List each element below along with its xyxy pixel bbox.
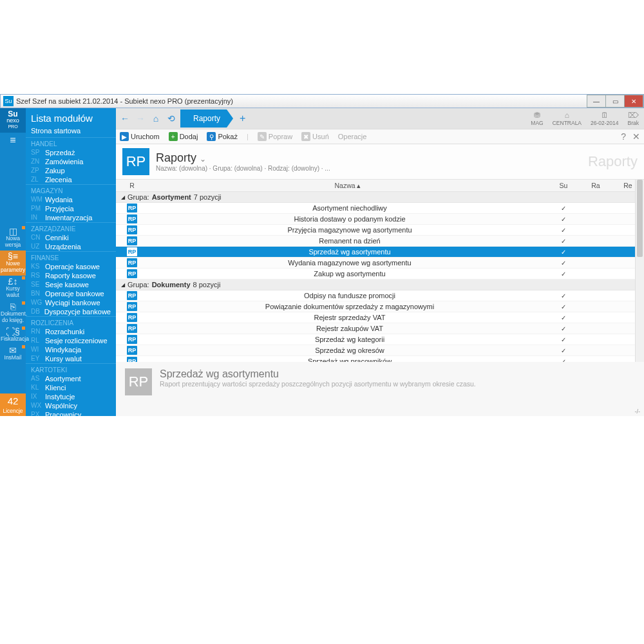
quickbar-item[interactable]: ◫Nowa wersja [0, 225, 26, 251]
maximize-button[interactable]: ▭ [605, 95, 625, 108]
page-header: RP Raporty ⌄ Nazwa: (dowolna) · Grupa: (… [116, 144, 644, 179]
vertical-scrollbar[interactable] [635, 180, 644, 362]
sidebar-item[interactable]: BNOperacje bankowe [26, 289, 116, 298]
sidebar-item[interactable]: PMPrzyjęcia [26, 204, 116, 213]
sidebar-item[interactable]: INInwentaryzacja [26, 213, 116, 222]
quickbar-item[interactable]: £↕Kursy walut [0, 276, 26, 301]
sidebar-section-header: ZARZĄDZANIE [26, 222, 116, 233]
tool-operations[interactable]: Operacje [338, 133, 367, 140]
tool-delete[interactable]: ✖Usuń [301, 132, 329, 141]
grid-row[interactable]: RPPowiązanie dokumentów sprzedaży z maga… [116, 301, 644, 312]
page-header-icon: RP [122, 148, 149, 175]
help-icon[interactable]: ? [621, 131, 626, 142]
sidebar-item[interactable]: EYKursy walut [26, 354, 116, 363]
detail-icon: RP [125, 368, 152, 395]
sidebar-section-header: ROZLICZENIA [26, 316, 116, 327]
status-indicator[interactable]: ⛃MAG [528, 111, 545, 126]
sidebar-item[interactable]: WGWyciągi bankowe [26, 298, 116, 307]
grid-row[interactable]: RPRemanent na dzień✓ [116, 236, 644, 247]
grid-row[interactable]: RPOdpisy na fundusze promocji✓ [116, 290, 644, 301]
grid-row[interactable]: RPSprzedaż wg okresów✓ [116, 345, 644, 356]
quickbar-item[interactable]: ⎘Dokument. do księg. [0, 301, 26, 326]
sidebar-item[interactable]: UZUrządzenia [26, 242, 116, 251]
page-title[interactable]: Raporty ⌄ [156, 151, 330, 165]
sidebar-section-header: MAGAZYN [26, 184, 116, 195]
sidebar-item[interactable]: WXWspólnicy [26, 401, 116, 410]
tab-bar: ← → ⌂ ⟲ Raporty + ⛃MAG⌂CENTRALA🗓26-02-20… [116, 108, 644, 129]
grid-row[interactable]: RPZakup wg asortymentu✓ [116, 269, 644, 279]
sidebar-item[interactable]: RSRaporty kasowe [26, 271, 116, 280]
nav-back-icon[interactable]: ← [118, 112, 131, 125]
tool-add[interactable]: +Dodaj [169, 132, 198, 141]
minimize-button[interactable]: — [587, 95, 606, 108]
grid-row[interactable]: RPHistoria dostawy o podanym kodzie✓ [116, 214, 644, 225]
product-logo: Su nexo PRO [0, 108, 26, 133]
tool-run[interactable]: ▶Uruchom [120, 132, 160, 141]
sidebar-item[interactable]: ZNZamówienia [26, 157, 116, 166]
grid-row[interactable]: RPSprzedaż wg pracowników✓ [116, 356, 644, 362]
nav-refresh-icon[interactable]: ⟲ [165, 112, 178, 125]
quickbar-item[interactable]: §≡Nowe parametry [0, 251, 26, 276]
tool-edit[interactable]: ✎Popraw [258, 132, 292, 141]
sidebar-section-header: FINANSE [26, 251, 116, 262]
page-title-ghost: Raporty [588, 153, 638, 170]
quickbar: Su nexo PRO ≡ ◫Nowa wersja§≡Nowe paramet… [0, 108, 26, 416]
nav-home-icon[interactable]: ⌂ [149, 112, 162, 125]
grid-group-header[interactable]: ◢ Grupa: Asortyment 7 pozycji [116, 192, 644, 203]
sidebar-item[interactable]: SPSprzedaż [26, 148, 116, 157]
grid-row[interactable]: RPRejestr zakupów VAT✓ [116, 323, 644, 334]
grid-group-header[interactable]: ◢ Grupa: Dokumenty 8 pozycji [116, 279, 644, 290]
sidebar-start-page[interactable]: Strona startowa [26, 126, 116, 137]
sidebar-item[interactable]: PXPracownicy [26, 410, 116, 416]
quickbar-item[interactable]: ⛶§Fiskalizacja [0, 326, 26, 345]
content-area: ← → ⌂ ⟲ Raporty + ⛃MAG⌂CENTRALA🗓26-02-20… [116, 108, 644, 416]
sidebar-item[interactable]: DBDyspozycje bankowe [26, 307, 116, 316]
sidebar-item[interactable]: RLSesje rozliczeniowe [26, 336, 116, 345]
status-indicator[interactable]: ⌦Brak [625, 111, 641, 126]
sidebar-title: Lista modułów [26, 108, 116, 126]
close-button[interactable]: ✕ [624, 95, 643, 108]
tool-show[interactable]: ⚲Pokaż [207, 132, 238, 141]
sidebar-item[interactable]: CNCenniki [26, 233, 116, 242]
sidebar-item[interactable]: ZLZlecenia [26, 175, 116, 184]
status-indicator[interactable]: ⌂CENTRALA [550, 111, 584, 126]
grid-row[interactable]: RPPrzyjęcia magazynowe wg asortymentu✓ [116, 225, 644, 236]
sidebar-item[interactable]: ZPZakup [26, 166, 116, 175]
close-panel-icon[interactable]: ✕ [632, 131, 640, 142]
sidebar-item[interactable]: WIWindykacja [26, 345, 116, 354]
module-sidebar: Lista modułów Strona startowa HANDELSPSp… [26, 108, 116, 416]
tab-active[interactable]: Raporty [180, 109, 233, 128]
sidebar-section-header: KARTOTEKI [26, 363, 116, 374]
nav-forward-icon[interactable]: → [134, 112, 147, 125]
footer-counter: -/- [116, 408, 644, 416]
grid-header-row[interactable]: R Nazwa ▴ Su Ra Re [116, 180, 644, 192]
page-filters-summary[interactable]: Nazwa: (dowolna) · Grupa: (dowolna) · Ro… [156, 165, 330, 172]
app-icon: Su [3, 96, 14, 106]
grid-row[interactable]: RPWydania magazynowe wg asortymentu✓ [116, 258, 644, 269]
grid-row[interactable]: RPSprzedaż wg asortymentu✓ [116, 247, 644, 258]
window-title: Szef Szef na subiekt 21.02.2014 - Subiek… [16, 97, 587, 105]
sidebar-item[interactable]: ASAsortyment [26, 374, 116, 383]
quickbar-item[interactable]: ✉InsMail [0, 345, 26, 363]
sidebar-item[interactable]: RNRozrachunki [26, 327, 116, 336]
licence-badge[interactable]: 42 Licencje [0, 393, 26, 416]
window-titlebar: Su Szef Szef na subiekt 21.02.2014 - Sub… [0, 94, 644, 108]
action-toolbar: ▶Uruchom +Dodaj ⚲Pokaż | ✎Popraw ✖Usuń O… [116, 129, 644, 144]
sidebar-item[interactable]: KLKlienci [26, 383, 116, 392]
detail-description: Raport prezentujący wartości sprzedaży p… [160, 380, 476, 388]
sidebar-item[interactable]: IXInstytucje [26, 392, 116, 401]
menu-toggle-icon[interactable]: ≡ [0, 133, 26, 148]
report-grid: R Nazwa ▴ Su Ra Re ◢ Grupa: Asortyment 7… [116, 179, 644, 362]
grid-row[interactable]: RPSprzedaż wg kategorii✓ [116, 334, 644, 345]
sidebar-item[interactable]: WMWydania [26, 195, 116, 204]
sidebar-section-header: HANDEL [26, 137, 116, 148]
tab-add-icon[interactable]: + [236, 113, 249, 124]
grid-row[interactable]: RPRejestr sprzedaży VAT✓ [116, 312, 644, 323]
grid-row[interactable]: RPAsortyment niechodliwy✓ [116, 203, 644, 214]
detail-panel: RP Sprzedaż wg asortymentu Raport prezen… [116, 362, 644, 408]
sidebar-item[interactable]: SESesje kasowe [26, 280, 116, 289]
sidebar-item[interactable]: KSOperacje kasowe [26, 262, 116, 271]
status-indicator[interactable]: 🗓26-02-2014 [588, 111, 621, 126]
detail-title: Sprzedaż wg asortymentu [160, 368, 476, 380]
